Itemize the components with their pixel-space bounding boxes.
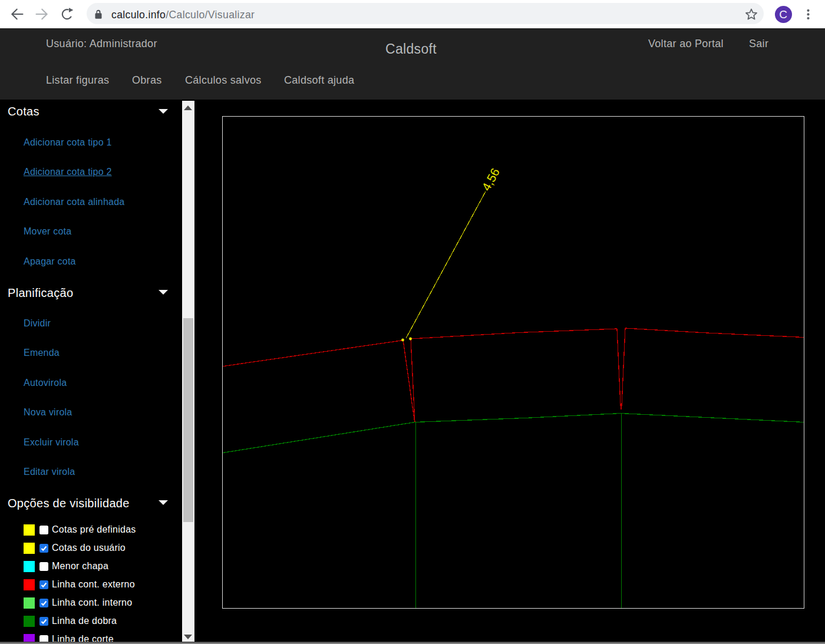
svg-text:4,56: 4,56: [479, 166, 502, 193]
